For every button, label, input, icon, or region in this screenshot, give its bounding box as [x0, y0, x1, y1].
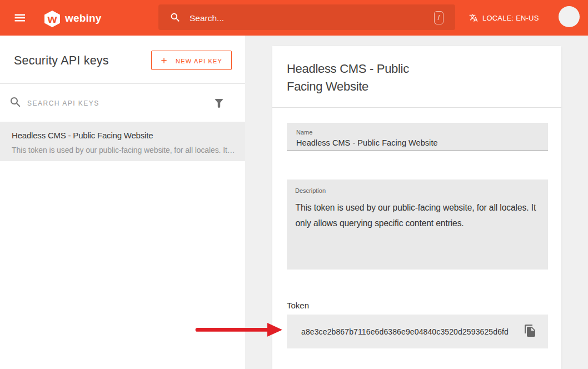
svg-text:w: w	[47, 13, 57, 25]
